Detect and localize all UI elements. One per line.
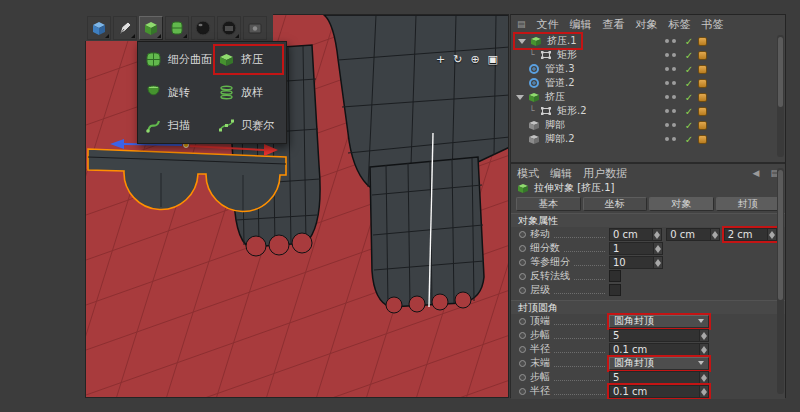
visibility-dots[interactable] bbox=[665, 39, 676, 43]
viewport-zoom-icon[interactable]: ⊕ bbox=[470, 53, 479, 66]
visibility-dots[interactable] bbox=[665, 81, 676, 85]
enabled-check-icon[interactable]: ✓ bbox=[683, 92, 695, 103]
phong-tag-icon[interactable] bbox=[698, 37, 707, 46]
om-menu-objects[interactable]: 对象 bbox=[636, 17, 658, 32]
move-y-field[interactable]: 0 cm bbox=[666, 228, 719, 241]
object-row-rectangle[interactable]: └ 矩形 ✓ bbox=[511, 48, 785, 62]
panel-menu-icon[interactable]: ▤ bbox=[517, 19, 526, 29]
am-menu-userdata[interactable]: 用户数据 bbox=[583, 166, 627, 181]
stepper[interactable] bbox=[652, 229, 661, 240]
flip-normals-checkbox[interactable] bbox=[609, 270, 621, 282]
stepper[interactable] bbox=[699, 344, 708, 355]
enabled-check-icon[interactable]: ✓ bbox=[683, 64, 695, 75]
keyframe-dot-icon[interactable] bbox=[519, 259, 526, 266]
phong-tag-icon[interactable] bbox=[698, 121, 707, 130]
primitive-cube-button[interactable] bbox=[87, 16, 111, 40]
spline-pen-button[interactable] bbox=[113, 16, 137, 40]
menu-item-bezier[interactable]: 贝赛尔 bbox=[212, 109, 285, 142]
keyframe-dot-icon[interactable] bbox=[519, 374, 526, 381]
stepper[interactable] bbox=[767, 229, 776, 240]
viewport-pan-icon[interactable]: + bbox=[436, 53, 445, 66]
tab-caps[interactable]: 封顶 bbox=[716, 197, 781, 211]
enabled-check-icon[interactable]: ✓ bbox=[683, 36, 695, 47]
cap-start-dropdown[interactable]: 圆角封顶 bbox=[609, 315, 709, 328]
om-menu-tags[interactable]: 标签 bbox=[669, 17, 691, 32]
object-row-foot-2[interactable]: 脚部.2 ✓ bbox=[511, 132, 785, 146]
subdivision-field[interactable]: 1 bbox=[609, 242, 663, 255]
om-scrollbar[interactable] bbox=[777, 35, 784, 157]
keyframe-dot-icon[interactable] bbox=[519, 332, 526, 339]
phong-tag-icon[interactable] bbox=[698, 51, 707, 60]
cap-start-radius-field[interactable]: 0.1 cm bbox=[609, 343, 709, 356]
stepper[interactable] bbox=[699, 372, 708, 383]
hierarchy-checkbox[interactable] bbox=[609, 284, 621, 296]
phong-tag-icon[interactable] bbox=[698, 107, 707, 116]
keyframe-dot-icon[interactable] bbox=[519, 318, 526, 325]
object-row-tube-2[interactable]: 管道.2 ✓ bbox=[511, 76, 785, 90]
object-row-extrude[interactable]: 挤压 ✓ bbox=[511, 90, 785, 104]
object-row-rectangle-2[interactable]: └ 矩形.2 ✓ bbox=[511, 104, 785, 118]
render-view-button[interactable] bbox=[191, 16, 215, 40]
enabled-check-icon[interactable]: ✓ bbox=[683, 50, 695, 61]
move-z-field[interactable]: 2 cm bbox=[724, 228, 777, 241]
object-row-extrude-1[interactable]: 挤压.1 ✓ bbox=[511, 34, 785, 48]
iso-subdivision-field[interactable]: 10 bbox=[609, 256, 663, 269]
phong-tag-icon[interactable] bbox=[698, 65, 707, 74]
tab-object[interactable]: 对象 bbox=[649, 197, 714, 211]
visibility-dots[interactable] bbox=[665, 109, 676, 113]
menu-item-extrude[interactable]: 挤压 bbox=[212, 43, 285, 76]
stepper[interactable] bbox=[653, 257, 662, 268]
tab-coordinates[interactable]: 坐标 bbox=[583, 197, 648, 211]
move-x-field[interactable]: 0 cm bbox=[609, 228, 662, 241]
am-menu-edit[interactable]: 编辑 bbox=[550, 166, 572, 181]
tab-basic[interactable]: 基本 bbox=[516, 197, 581, 211]
stepper[interactable] bbox=[699, 330, 708, 341]
enabled-check-icon[interactable]: ✓ bbox=[683, 78, 695, 89]
stepper[interactable] bbox=[699, 386, 708, 397]
visibility-dots[interactable] bbox=[665, 67, 676, 71]
visibility-dots[interactable] bbox=[665, 53, 676, 57]
expand-toggle[interactable] bbox=[517, 36, 527, 46]
keyframe-dot-icon[interactable] bbox=[519, 346, 526, 353]
cap-end-dropdown[interactable]: 圆角封顶 bbox=[609, 357, 709, 370]
cap-end-radius-field[interactable]: 0.1 cm bbox=[609, 385, 709, 398]
om-menu-file[interactable]: 文件 bbox=[537, 17, 559, 32]
om-menu-edit[interactable]: 编辑 bbox=[570, 17, 592, 32]
object-row-tube-3[interactable]: 管道.3 ✓ bbox=[511, 62, 785, 76]
viewport-maximize-icon[interactable]: ▣ bbox=[488, 53, 498, 66]
enabled-check-icon[interactable]: ✓ bbox=[683, 134, 695, 145]
visibility-dots[interactable] bbox=[665, 137, 676, 141]
deformers-button[interactable] bbox=[165, 16, 189, 40]
visibility-dots[interactable] bbox=[665, 95, 676, 99]
keyframe-dot-icon[interactable] bbox=[519, 245, 526, 252]
keyframe-dot-icon[interactable] bbox=[519, 287, 526, 294]
am-scrollbar[interactable] bbox=[777, 168, 784, 394]
enabled-check-icon[interactable]: ✓ bbox=[683, 120, 695, 131]
enabled-check-icon[interactable]: ✓ bbox=[683, 106, 695, 117]
om-menu-view[interactable]: 查看 bbox=[603, 17, 625, 32]
keyframe-dot-icon[interactable] bbox=[519, 273, 526, 280]
phong-tag-icon[interactable] bbox=[698, 135, 707, 144]
am-menu-mode[interactable]: 模式 bbox=[517, 166, 539, 181]
viewport-orbit-icon[interactable]: ↻ bbox=[453, 53, 462, 66]
object-row-foot[interactable]: 脚部 ✓ bbox=[511, 118, 785, 132]
menu-item-sweep[interactable]: 扫描 bbox=[139, 109, 212, 142]
menu-item-subdivision-surface[interactable]: 细分曲面 bbox=[139, 43, 212, 76]
visibility-dots[interactable] bbox=[665, 123, 676, 127]
phong-tag-icon[interactable] bbox=[698, 93, 707, 102]
keyframe-dot-icon[interactable] bbox=[519, 388, 526, 395]
expand-toggle[interactable] bbox=[515, 92, 525, 102]
history-back-icon[interactable]: ◀ bbox=[753, 168, 760, 178]
phong-tag-icon[interactable] bbox=[698, 79, 707, 88]
menu-item-lathe[interactable]: 旋转 bbox=[139, 76, 212, 109]
stepper[interactable] bbox=[710, 229, 719, 240]
generators-button[interactable] bbox=[139, 16, 163, 40]
keyframe-dot-icon[interactable] bbox=[519, 231, 526, 238]
render-settings-button[interactable] bbox=[217, 16, 241, 40]
edit-render-button[interactable] bbox=[243, 16, 267, 40]
cap-start-steps-field[interactable]: 5 bbox=[609, 329, 709, 342]
keyframe-dot-icon[interactable] bbox=[519, 360, 526, 367]
menu-item-loft[interactable]: 放样 bbox=[212, 76, 285, 109]
om-menu-bookmarks[interactable]: 书签 bbox=[702, 17, 724, 32]
stepper[interactable] bbox=[653, 243, 662, 254]
